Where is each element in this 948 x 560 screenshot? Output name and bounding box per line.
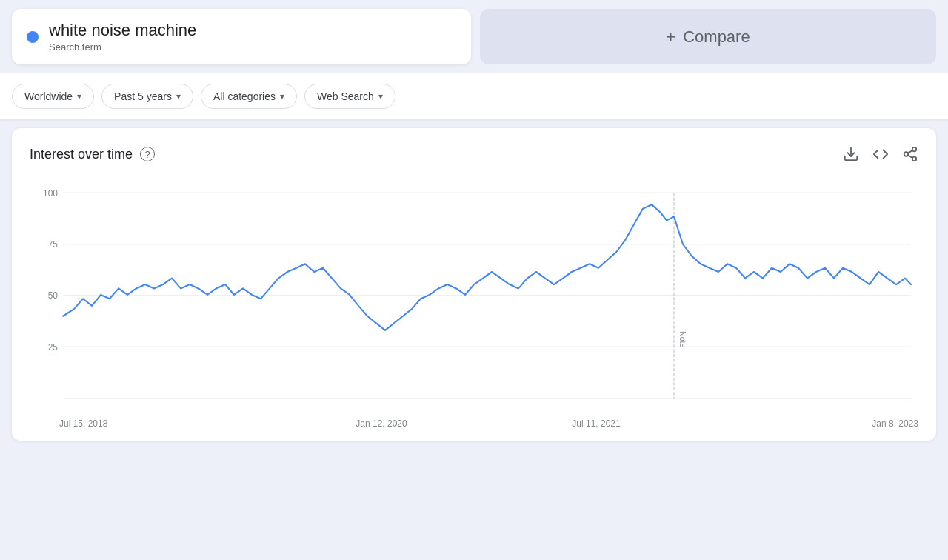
embed-icon [872, 146, 889, 162]
download-icon [843, 146, 859, 162]
chart-svg: 100 75 50 25 Note [30, 177, 918, 414]
chart-title: Interest over time [30, 147, 133, 162]
x-label-2: Jan 12, 2020 [274, 419, 489, 429]
term-name: white noise machine [49, 21, 196, 40]
chevron-down-icon: ▾ [378, 91, 383, 101]
share-icon [902, 146, 918, 162]
chart-title-group: Interest over time ? [30, 147, 155, 162]
search-term-dot [27, 31, 39, 43]
svg-text:100: 100 [43, 187, 58, 198]
term-label: Search term [49, 41, 196, 53]
share-button[interactable] [902, 146, 918, 162]
svg-line-5 [908, 150, 912, 153]
svg-text:Note: Note [678, 331, 687, 348]
chart-header: Interest over time ? [30, 146, 918, 162]
compare-label: Compare [683, 27, 750, 47]
x-labels: Jul 15, 2018 Jan 12, 2020 Jul 11, 2021 J… [30, 414, 918, 429]
plus-icon: + [666, 27, 675, 47]
download-button[interactable] [843, 146, 859, 162]
chart-actions [843, 146, 918, 162]
x-label-1: Jul 15, 2018 [59, 419, 274, 429]
filter-category-label: All categories [213, 90, 276, 102]
svg-text:75: 75 [48, 239, 58, 250]
help-icon[interactable]: ? [140, 147, 155, 161]
x-label-4: Jan 8, 2023 [704, 419, 918, 429]
search-term-text: white noise machine Search term [49, 21, 196, 53]
embed-button[interactable] [872, 146, 889, 162]
chevron-down-icon: ▾ [77, 91, 81, 101]
filter-category[interactable]: All categories ▾ [201, 84, 297, 109]
search-term-card: white noise machine Search term [12, 9, 471, 64]
x-label-3: Jul 11, 2021 [489, 419, 704, 429]
compare-inner: + Compare [666, 27, 750, 47]
filter-search-type[interactable]: Web Search ▾ [304, 84, 395, 109]
chevron-down-icon: ▾ [280, 91, 284, 101]
compare-card[interactable]: + Compare [480, 9, 936, 64]
filters-bar: Worldwide ▾ Past 5 years ▾ All categorie… [0, 73, 948, 119]
filter-search-type-label: Web Search [317, 90, 374, 102]
filter-time[interactable]: Past 5 years ▾ [101, 84, 193, 109]
svg-text:50: 50 [48, 290, 58, 301]
filter-time-label: Past 5 years [114, 90, 172, 102]
svg-line-4 [908, 155, 912, 158]
svg-text:25: 25 [48, 341, 58, 352]
chevron-down-icon: ▾ [176, 91, 181, 101]
top-bar: white noise machine Search term + Compar… [0, 0, 948, 73]
filter-location[interactable]: Worldwide ▾ [12, 84, 94, 109]
chart-area: 100 75 50 25 Note [30, 177, 918, 414]
chart-section: Interest over time ? [12, 128, 936, 441]
filter-location-label: Worldwide [24, 90, 73, 102]
